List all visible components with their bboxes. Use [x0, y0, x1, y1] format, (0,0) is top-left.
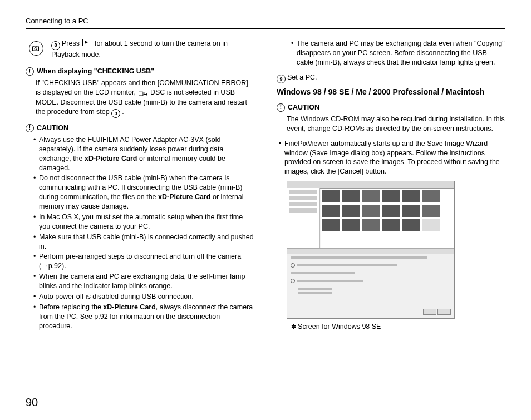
caution-1-heading: ! CAUTION: [26, 123, 254, 133]
t: xD-Picture Card: [103, 303, 155, 311]
caution-item: Always use the FUJIFILM AC Power Adapter…: [33, 135, 254, 173]
caution-item: Do not disconnect the USB cable (mini-B)…: [33, 174, 254, 211]
step-8-part1: Press: [62, 39, 81, 47]
caution-1-list: Always use the FUJIFILM AC Power Adapter…: [26, 135, 254, 331]
step-number-8: 8: [51, 41, 60, 50]
screenshot-dialog-buttons: [422, 309, 451, 316]
caution-2-heading: ! CAUTION: [277, 103, 505, 112]
t: In Mac OS X, you must set the automatic …: [39, 213, 243, 230]
caution-2-title: CAUTION: [288, 103, 319, 112]
screenshot-thumbnails: [322, 190, 452, 246]
screenshot-viewer-window: [287, 181, 454, 249]
screenshot-illustration: [287, 181, 455, 319]
checking-usb-callout: ! When displaying "CHECKING USB" If "CHE…: [26, 67, 254, 118]
camera-pc-icon: ❏⇆: [139, 90, 147, 98]
hint-icon: [29, 41, 43, 56]
caution-item: Make sure that USB cable (mini-B) is con…: [33, 233, 254, 251]
step-9: 9Set a PC.: [277, 73, 505, 84]
caution-item: When the camera and PC are exchanging da…: [33, 272, 254, 291]
two-column-layout: 8Press for about 1 second to turn the ca…: [26, 39, 505, 336]
t: Make sure that USB cable (mini-B) is con…: [39, 233, 254, 250]
checking-usb-heading: ! When displaying "CHECKING USB": [26, 67, 254, 76]
step-9-text: Set a PC.: [287, 73, 317, 81]
right-top-bullet: The camera and PC may be exchanging data…: [291, 39, 505, 67]
t: xD-Picture Card: [158, 193, 210, 201]
caution-2-callout: ! CAUTION The Windows CD-ROM may also be…: [277, 103, 505, 134]
fpv-list: FinePixViewer automatically starts up an…: [277, 139, 505, 177]
caution-icon: !: [277, 103, 285, 112]
screenshot-sidebar: [287, 188, 320, 248]
caution-2-body: The Windows CD-ROM may also be required …: [287, 115, 505, 134]
caution-1-callout: ! CAUTION Always use the FUJIFILM AC Pow…: [26, 123, 254, 330]
t: When the camera and PC are exchanging da…: [39, 273, 245, 290]
chk-body-3: .: [122, 108, 124, 116]
step-number-3-ref: 3: [111, 109, 120, 118]
right-column: The camera and PC may be exchanging data…: [277, 39, 505, 336]
manual-page: Connecting to a PC 8Press for about 1 se…: [0, 0, 531, 420]
caution-icon: !: [26, 67, 34, 76]
t: Auto power off is disabled during USB co…: [39, 293, 194, 300]
caution-item: Before replacing the xD-Picture Card, al…: [33, 303, 254, 331]
caution-item: In Mac OS X, you must set the automatic …: [33, 213, 254, 231]
t: xD-Picture Card: [85, 155, 137, 162]
screenshot-caption: Screen for Windows 98 SE: [291, 322, 505, 332]
caution-item: Perform pre-arranged steps to disconnect…: [33, 252, 254, 271]
svg-point-1: [35, 48, 37, 50]
checking-usb-body: If "CHECKING USB" appears and then [COMM…: [36, 78, 254, 118]
caution-icon: !: [26, 124, 34, 132]
page-number: 90: [26, 396, 38, 409]
right-top-list: The camera and PC may be exchanging data…: [277, 39, 505, 67]
step-number-9: 9: [277, 75, 286, 83]
t: Perform pre-arranged steps to disconnect…: [39, 253, 241, 270]
running-header: Connecting to a PC: [26, 17, 505, 29]
os-heading: Windows 98 / 98 SE / Me / 2000 Professio…: [277, 87, 505, 97]
playback-button-icon: [82, 39, 91, 46]
step-8-row: 8Press for about 1 second to turn the ca…: [26, 39, 254, 59]
step-8-text: 8Press for about 1 second to turn the ca…: [51, 39, 254, 59]
checking-usb-title: When displaying "CHECKING USB": [37, 67, 154, 76]
caution-1-title: CAUTION: [37, 123, 68, 133]
caution-item: Auto power off is disabled during USB co…: [33, 292, 254, 302]
fpv-bullet: FinePixViewer automatically starts up an…: [279, 139, 505, 177]
t: Before replacing the: [39, 303, 103, 311]
left-column: 8Press for about 1 second to turn the ca…: [26, 39, 254, 336]
screenshot-dialog: [287, 249, 454, 318]
